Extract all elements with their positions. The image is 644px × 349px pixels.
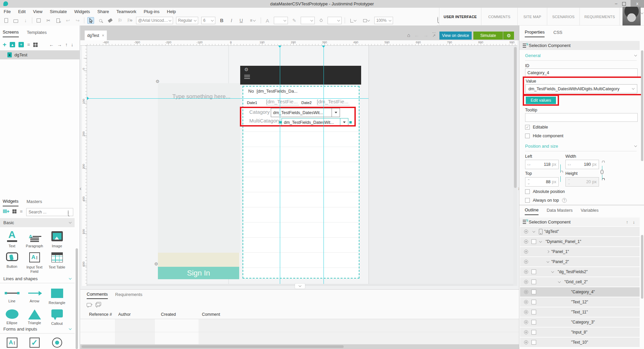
collapse-left-panel-icon[interactable]: ‹	[80, 186, 81, 192]
grid-row-no[interactable]: No [dm_TestFields_Da...	[248, 89, 298, 94]
widget-input-text-field[interactable]: AIInput Text Field	[23, 252, 46, 274]
chevron-down-icon[interactable]	[558, 280, 561, 283]
visibility-eye-icon[interactable]	[524, 280, 528, 284]
simulate-settings-button[interactable]: ⚙	[503, 32, 514, 40]
move-up-icon[interactable]: ↑	[626, 219, 629, 225]
align-objects-select[interactable]	[348, 17, 358, 24]
canvas-tab-dgtest[interactable]: dgTest ×	[85, 31, 107, 40]
add-image-screen-icon[interactable]: ▴	[10, 42, 15, 47]
tab-comments-bottom[interactable]: Comments	[87, 292, 108, 299]
tree-checkbox[interactable]	[531, 269, 536, 274]
add-widget-library-icon[interactable]: ‖‖+	[3, 209, 9, 214]
screen-item-dgtest[interactable]: ★ dgTest	[0, 50, 80, 59]
comments-list-icon[interactable]	[95, 303, 100, 307]
col-created[interactable]: Created	[161, 312, 176, 317]
tab-properties[interactable]: Properties	[525, 30, 545, 37]
hamburger-menu-icon[interactable]	[244, 74, 250, 79]
general-section-header[interactable]: General	[525, 53, 637, 58]
grid-date2-field[interactable]: [dm_TestFie...	[317, 99, 350, 105]
tab-requirements[interactable]: Requirements	[115, 292, 142, 299]
cut-icon[interactable]: ✂	[45, 17, 52, 24]
open-external-icon[interactable]: ↗	[432, 33, 436, 38]
undo-icon[interactable]: ↩	[65, 17, 71, 24]
visibility-eye-icon[interactable]	[524, 230, 528, 234]
guide-marker-icon[interactable]	[278, 46, 282, 48]
menu-share[interactable]: Share	[94, 8, 113, 15]
absolute-position-checkbox[interactable]	[525, 189, 530, 194]
widget-text[interactable]: AText	[1, 230, 23, 248]
menu-help[interactable]: Help	[163, 8, 180, 15]
font-family-select[interactable]: @Arial Unicode M!	[136, 17, 173, 24]
widget-image[interactable]: Image	[46, 231, 68, 248]
paste-icon[interactable]: +	[55, 17, 61, 24]
mockup-header[interactable]: ⚙	[240, 66, 361, 85]
v-stepper-icon[interactable]: ⌃⌄	[524, 179, 533, 185]
id-input[interactable]	[525, 68, 638, 77]
menu-plugins[interactable]: Plug-ins	[140, 8, 163, 15]
zoom-level-select[interactable]: 100%	[374, 17, 393, 24]
visibility-eye-icon[interactable]	[524, 340, 528, 344]
menu-file[interactable]: File	[0, 8, 14, 15]
font-color-icon[interactable]: A	[264, 17, 271, 24]
width-input[interactable]: ‹› 180 px	[565, 160, 599, 169]
widget-radio-button[interactable]	[46, 338, 68, 348]
vertical-ruler[interactable]: 0 100 200 300 400 500 600	[82, 46, 87, 286]
tab-templates[interactable]: Templates	[27, 30, 47, 37]
visibility-eye-icon[interactable]	[524, 310, 528, 314]
restore-button[interactable]	[622, 2, 626, 6]
widget-gear-icon[interactable]: ⚙	[154, 262, 158, 266]
simulate-button[interactable]: Simulate	[473, 32, 503, 40]
tooltip-input[interactable]	[525, 113, 638, 122]
col-comment[interactable]: Comment	[202, 312, 220, 317]
h-stepper-icon[interactable]: ‹›	[525, 163, 533, 166]
bottom-scrollbar-thumb[interactable]	[82, 345, 344, 348]
home-icon[interactable]: ⌂	[407, 32, 410, 38]
font-size-select[interactable]: 6	[201, 17, 215, 24]
tree-checkbox[interactable]	[531, 340, 536, 345]
col-reference[interactable]: Reference #	[89, 312, 112, 317]
menu-edit[interactable]: Edit	[14, 8, 29, 15]
visibility-eye-icon[interactable]	[524, 270, 528, 274]
hide-component-checkbox[interactable]	[525, 134, 530, 138]
tree-checkbox[interactable]	[531, 320, 536, 325]
beige-panel[interactable]	[158, 253, 239, 267]
canvas-scrollbar-thumb[interactable]	[514, 47, 517, 188]
help-icon[interactable]: ?	[562, 198, 567, 203]
chevron-down-icon[interactable]	[547, 260, 549, 262]
tree-row-category-4[interactable]: "Category_4"	[520, 287, 640, 297]
grid-date1-field[interactable]: [dm_TestFie...	[266, 99, 299, 105]
widgets-scrollbar[interactable]	[76, 248, 78, 349]
view-on-device-button[interactable]: View on device	[439, 32, 472, 40]
expand-bottom-panel-button[interactable]	[295, 284, 305, 289]
forward-icon[interactable]: →	[423, 32, 428, 38]
bottom-scrollbar-track[interactable]	[80, 344, 519, 349]
new-screen-icon[interactable]	[3, 17, 9, 24]
visibility-eye-icon[interactable]	[524, 290, 528, 294]
horizontal-ruler[interactable]: -400 -300 -200 -100 0 100 200 300 400 50…	[87, 40, 517, 46]
always-on-top-checkbox[interactable]	[525, 198, 530, 203]
tree-checkbox[interactable]	[531, 330, 536, 335]
tree-row-panel-1[interactable]: "Panel_1"	[520, 247, 640, 256]
tab-close-icon[interactable]: ×	[102, 33, 104, 38]
save-icon[interactable]: ↓	[22, 17, 29, 24]
bold-button[interactable]: B	[218, 17, 225, 24]
tab-data-masters[interactable]: Data Masters	[547, 208, 572, 215]
widget-search-input[interactable]	[26, 208, 73, 216]
section-forms-inputs[interactable]: Forms and inputs	[0, 325, 75, 334]
crop-icon[interactable]	[35, 17, 42, 24]
mockup-gear-icon[interactable]: ⚙	[244, 67, 249, 72]
widget-callout[interactable]: Callout	[46, 309, 68, 326]
visibility-eye-icon[interactable]	[524, 260, 528, 264]
guide-marker-icon[interactable]	[87, 97, 89, 100]
tree-row-input-8[interactable]: "Input_8"	[520, 328, 640, 337]
section-basic[interactable]: Basic	[0, 218, 75, 227]
col-author[interactable]: Author	[118, 312, 131, 317]
tree-row-dynamic-panel-1[interactable]: "Dynamic_Panel_1"	[520, 237, 640, 246]
canvas-viewport[interactable]: ⚙ Type something here... ⚙ Sign In ⚙ No …	[87, 46, 517, 286]
menu-teamwork[interactable]: Teamwork	[113, 8, 140, 15]
tree-row-grid-cell-2[interactable]: "Grid_cell_2"	[520, 277, 640, 287]
tab-screens[interactable]: Screens	[3, 30, 19, 37]
outline-scrollbar[interactable]	[641, 235, 643, 299]
guide-marker-icon[interactable]	[322, 46, 325, 48]
widget-checkbox[interactable]: ✓	[23, 338, 46, 348]
